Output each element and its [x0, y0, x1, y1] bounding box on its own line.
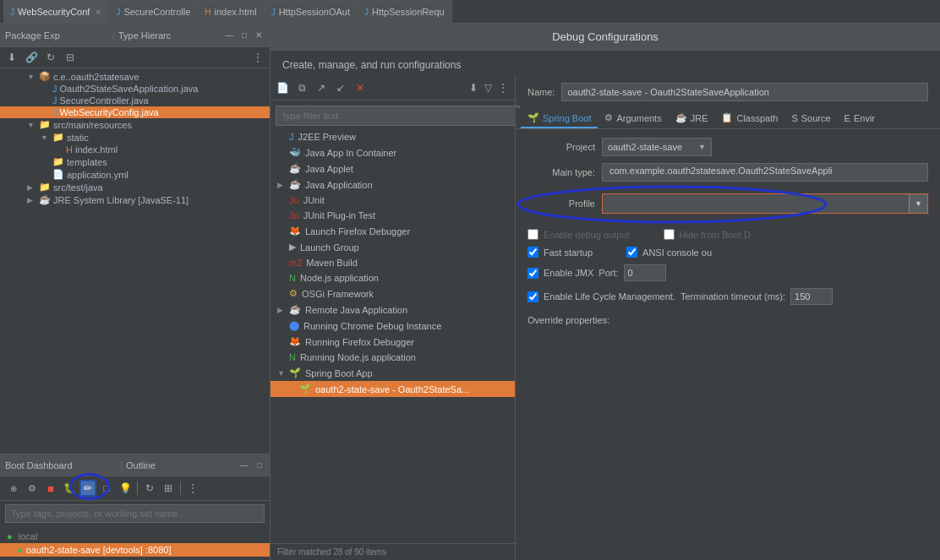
minimize-boot-btn[interactable]: — — [238, 459, 251, 470]
config-item-java-app[interactable]: ▶ ☕ Java Application — [271, 177, 515, 193]
fast-startup-checkbox[interactable] — [527, 247, 538, 258]
config-item-nodejs-running[interactable]: N Running Node.js application — [271, 350, 515, 365]
running-app-item[interactable]: ● oauth2-state-save [devtools] :8080] — [0, 543, 270, 557]
config-item-java-applet[interactable]: ☕ Java Applet — [271, 160, 515, 177]
debug-btn[interactable]: 🐛 — [61, 480, 78, 497]
config-item-spring-boot[interactable]: ▼ 🌱 Spring Boot App — [271, 365, 515, 381]
maximize-btn[interactable]: □ — [239, 30, 249, 41]
tree-item-resources[interactable]: ▼ 📁 src/main/resources — [0, 118, 270, 131]
classpath-tab-icon: 📋 — [721, 112, 733, 123]
refresh-btn[interactable]: ↻ — [141, 480, 158, 497]
tree-item-testjava[interactable]: ▶ 📁 src/test/java — [0, 181, 270, 193]
import-btn[interactable]: ↙ — [332, 79, 349, 96]
delete-btn[interactable]: ✕ — [352, 79, 369, 96]
config-item-maven[interactable]: m2 Maven Build — [271, 255, 515, 270]
jre-tab-icon: ☕ — [675, 112, 687, 123]
lifecycle-checkbox[interactable] — [527, 291, 538, 302]
profile-dropdown-btn[interactable]: ▼ — [909, 194, 927, 213]
tree-label: application.yml — [67, 170, 128, 180]
stop-btn[interactable]: ■ — [42, 480, 59, 497]
config-item-oauth2[interactable]: 🌱 oauth2-state-save - Oauth2StateSa... — [271, 381, 515, 397]
config-item-junit[interactable]: Ju JUnit — [271, 193, 515, 208]
enable-debug-checkbox[interactable] — [527, 229, 538, 240]
config-label: Node.js application — [300, 273, 379, 283]
tab-classpath[interactable]: 📋 Classpath — [714, 109, 784, 128]
config-item-junit-plugin[interactable]: Ju JUnit Plug-in Test — [271, 208, 515, 223]
settings-btn[interactable]: ⚙ — [24, 480, 41, 497]
config-item-osgi[interactable]: ⚙ OSGi Framework — [271, 285, 515, 302]
remote-java-icon: ☕ — [289, 304, 301, 315]
collapse-all-btn[interactable]: ⬇ — [3, 49, 20, 66]
tree-item-application[interactable]: J Oauth2StateSaveApplication.java — [0, 83, 270, 95]
duplicate-btn[interactable]: ⧉ — [293, 79, 310, 96]
maximize-boot-btn[interactable]: □ — [254, 459, 265, 470]
new-btn[interactable]: ⊕ — [5, 480, 22, 497]
config-item-firefox-debugger[interactable]: 🦊 Running Firefox Debugger — [271, 334, 515, 350]
ansi-console-checkbox[interactable] — [626, 247, 637, 258]
tree-item-websecurityconfig[interactable]: J WebSecurityConfig.java — [0, 106, 270, 118]
name-input[interactable] — [561, 83, 928, 101]
config-item-j2ee[interactable]: J J2EE Preview — [271, 129, 515, 144]
detail-tabs-row: 🌱 Spring Boot ⚙ Arguments ☕ JRE 📋 — [516, 109, 940, 129]
lifecycle-timeout-label: Termination timeout (ms): — [680, 291, 785, 302]
tree-item-templates[interactable]: 📁 templates — [0, 155, 270, 168]
panel-menu-btn[interactable]: ⋮ — [249, 49, 266, 66]
local-section-label: ● local — [0, 530, 270, 543]
tree-item-securecontroller[interactable]: J SecureController.java — [0, 95, 270, 106]
view-menu-btn[interactable]: ⊟ — [62, 49, 79, 66]
more-btn[interactable]: ⋮ — [184, 480, 201, 497]
tab-jre[interactable]: ☕ JRE — [669, 109, 715, 128]
tab-index-html[interactable]: H index.html — [198, 0, 264, 24]
sync-btn[interactable]: ↻ — [42, 49, 59, 66]
jmx-port-input[interactable] — [624, 264, 666, 281]
java-file-icon: J — [116, 8, 120, 17]
tree-item-index[interactable]: H index.html — [0, 144, 270, 155]
config-item-launch-group[interactable]: ▶ Launch Group — [271, 239, 515, 255]
search-btn[interactable]: □ — [98, 480, 115, 497]
tab-label: Arguments — [616, 113, 661, 123]
config-search-input[interactable] — [276, 106, 520, 126]
lifecycle-timeout-input[interactable] — [790, 288, 833, 305]
enable-debug-label: Enable debug output — [544, 230, 630, 240]
config-item-chrome-debug[interactable]: ⬤ Running Chrome Debug Instance — [271, 318, 515, 334]
tab-source[interactable]: S Source — [784, 109, 837, 128]
close-btn[interactable]: ✕ — [253, 30, 265, 41]
config-item-remote-java[interactable]: ▶ ☕ Remote Java Application — [271, 302, 515, 318]
tab-httpsession2[interactable]: J HttpSessionRequ — [358, 0, 452, 24]
config-item-firefox-debug[interactable]: 🦊 Launch Firefox Debugger — [271, 223, 515, 239]
jmx-checkbox[interactable] — [527, 268, 538, 279]
project-select[interactable]: oauth2-state-save ▼ — [602, 138, 712, 156]
tab-spring-boot[interactable]: 🌱 Spring Boot — [521, 109, 598, 128]
config-item-java-container[interactable]: 🐳 Java App In Container — [271, 144, 515, 160]
profile-input[interactable] — [603, 194, 909, 213]
tab-arguments[interactable]: ⚙ Arguments — [598, 109, 668, 128]
minimize-btn[interactable]: — — [222, 30, 236, 41]
hide-boot-checkbox[interactable] — [664, 229, 675, 240]
source-tab-icon: S — [791, 113, 797, 123]
close-icon[interactable]: ✕ — [95, 8, 101, 17]
tab-securecontroller[interactable]: J SecureControlle — [109, 0, 198, 24]
export-btn[interactable]: ↗ — [313, 79, 330, 96]
tab-bar: J WebSecurityConf ✕ J SecureControlle H … — [0, 0, 940, 24]
applet-icon: ☕ — [289, 163, 301, 174]
link-editor-btn[interactable]: 🔗 — [23, 49, 40, 66]
tab-httpsession1[interactable]: J HttpSessionOAut — [265, 0, 358, 24]
bulb-btn[interactable]: 💡 — [117, 480, 134, 497]
tab-envir[interactable]: E Envir — [838, 109, 882, 128]
boot-dashboard-section: Boot Dashboard | Outline — □ ⊕ ⚙ ■ 🐛 — [0, 454, 270, 560]
tree-item-package[interactable]: ▼ 📦 c.e..oauth2statesave — [0, 70, 270, 83]
tree-item-yml[interactable]: 📄 application.yml — [0, 168, 270, 181]
edit-btn[interactable]: ✏ — [79, 480, 96, 497]
enable-debug-row: Enable debug output — [527, 229, 630, 240]
profile-row: Profile ▼ — [527, 193, 928, 214]
new-config-btn[interactable]: 📄 — [274, 79, 291, 96]
boot-search-input[interactable] — [5, 504, 265, 523]
config-item-nodejs[interactable]: N Node.js application — [271, 270, 515, 285]
jmx-port-label: Port: — [598, 268, 618, 278]
tab-websecurityconf[interactable]: J WebSecurityConf ✕ — [3, 0, 109, 24]
collapse-btn[interactable]: ⬇ — [465, 79, 482, 96]
filter-btn[interactable]: ⋮ — [495, 79, 511, 96]
tree-item-static[interactable]: ▼ 📁 static — [0, 131, 270, 144]
expand-btn[interactable]: ⊞ — [160, 480, 177, 497]
tree-item-jre[interactable]: ▶ ☕ JRE System Library [JavaSE-11] — [0, 193, 270, 206]
